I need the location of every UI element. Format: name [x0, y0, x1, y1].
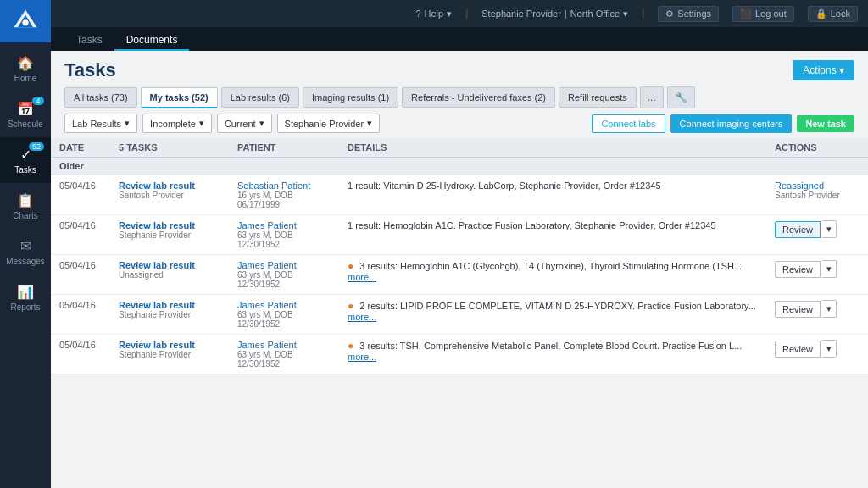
review-button-3[interactable]: Review	[775, 261, 821, 278]
col-patient: PATIENT	[229, 138, 339, 158]
chevron-down-icon: ▾	[259, 118, 264, 129]
action-cell-4: Review ▾	[775, 300, 860, 318]
patient-info-1: 16 yrs M, DOB 06/17/1999	[237, 191, 331, 209]
action-cell-2: Review ▾	[775, 220, 860, 238]
sidebar-item-home-label: Home	[14, 74, 37, 83]
tab-lab-results[interactable]: Lab results (6)	[221, 87, 299, 108]
col-tasks: 5 TASKS	[110, 138, 229, 158]
col-actions: ACTIONS	[766, 138, 868, 158]
review-dropdown-4[interactable]: ▾	[822, 300, 837, 318]
actions-button[interactable]: Actions ▾	[793, 60, 854, 80]
tab-documents[interactable]: Documents	[114, 30, 190, 51]
task-type-link-2[interactable]: Review lab result	[119, 220, 195, 230]
review-button-2[interactable]: Review	[775, 221, 821, 238]
col-details: DETAILS	[339, 138, 766, 158]
patient-link-3[interactable]: James Patient	[237, 260, 297, 270]
sidebar-item-reports[interactable]: 📊 Reports	[0, 274, 51, 320]
task-row-1: 05/04/16 Review lab result Santosh Provi…	[51, 175, 868, 215]
user-menu[interactable]: Stephanie Provider | North Office ▾	[481, 8, 628, 19]
timeframe-filter[interactable]: Current ▾	[217, 114, 272, 133]
action-cell-5: Review ▾	[775, 340, 860, 358]
sidebar: 🏠 Home 📅 Schedule 4 ✓ Tasks 52 📋 Charts …	[0, 0, 51, 488]
task-assigned-1: Santosh Provider	[119, 191, 220, 200]
detail-more-4[interactable]: more...	[348, 312, 376, 322]
task-date-1: 05/04/16	[51, 175, 110, 215]
help-icon: ?	[415, 8, 420, 19]
gear-icon: ⚙	[665, 8, 674, 19]
tasks-badge: 52	[29, 142, 44, 151]
task-assigned-5: Stephanie Provider	[119, 350, 220, 359]
task-detail-2: 1 result: Hemoglobin A1C. Practice Fusio…	[348, 220, 716, 230]
tab-wrench[interactable]: 🔧	[667, 86, 695, 108]
type-filter[interactable]: Lab Results ▾	[64, 114, 137, 133]
provider-filter[interactable]: Stephanie Provider ▾	[277, 114, 381, 133]
patient-link-2[interactable]: James Patient	[237, 220, 297, 230]
tab-tasks[interactable]: Tasks	[64, 30, 114, 51]
logout-icon: ⬛	[740, 8, 752, 19]
patient-info-3: 63 yrs M, DOB 12/30/1952	[237, 270, 331, 289]
detail-more-3[interactable]: more...	[348, 272, 376, 282]
task-type-link-5[interactable]: Review lab result	[119, 340, 195, 350]
logo[interactable]	[0, 0, 51, 42]
task-tabs: All tasks (73) My tasks (52) Lab results…	[51, 86, 868, 108]
patient-info-5: 63 yrs M, DOB 12/30/1952	[237, 350, 331, 369]
review-dropdown-3[interactable]: ▾	[822, 260, 837, 278]
page-title: Tasks	[64, 59, 116, 81]
sidebar-item-tasks-label: Tasks	[14, 165, 36, 175]
tab-bar: Tasks Documents	[51, 27, 868, 51]
sidebar-item-charts[interactable]: 📋 Charts	[0, 183, 51, 229]
task-row-5: 05/04/16 Review lab result Stephanie Pro…	[51, 335, 868, 374]
help-menu[interactable]: ? Help ▾	[415, 8, 452, 19]
chevron-down-icon: ▾	[367, 118, 372, 129]
tab-imaging-results[interactable]: Imaging results (1)	[303, 87, 398, 108]
patient-link-4[interactable]: James Patient	[237, 300, 297, 310]
action-cell-3: Review ▾	[775, 260, 860, 278]
task-detail-5: 3 results: TSH, Comprehensive Metabolic …	[359, 341, 742, 351]
chevron-down-icon: ▾	[125, 118, 130, 129]
sidebar-item-schedule[interactable]: 📅 Schedule 4	[0, 92, 51, 137]
sidebar-item-home[interactable]: 🏠 Home	[0, 46, 51, 92]
task-row-3: 05/04/16 Review lab result Unassigned Ja…	[51, 255, 868, 295]
task-detail-1: 1 result: Vitamin D 25-Hydroxy. LabCorp,…	[348, 180, 661, 191]
sidebar-item-messages[interactable]: ✉ Messages	[0, 229, 51, 274]
chevron-down-icon: ▾	[199, 118, 204, 129]
tab-more[interactable]: ...	[640, 86, 664, 108]
review-dropdown-2[interactable]: ▾	[822, 220, 837, 238]
status-filter[interactable]: Incomplete ▾	[142, 114, 212, 133]
task-detail-3: 3 results: Hemoglobin A1C (Glycohgb), T4…	[359, 261, 742, 271]
task-assigned-2: Stephanie Provider	[119, 230, 220, 240]
settings-btn[interactable]: ⚙ Settings	[658, 6, 719, 22]
task-row-2: 05/04/16 Review lab result Stephanie Pro…	[51, 215, 868, 255]
patient-link-5[interactable]: James Patient	[237, 340, 297, 350]
task-type-link-1[interactable]: Review lab result	[119, 180, 195, 191]
logout-btn[interactable]: ⬛ Log out	[732, 6, 794, 22]
connect-imaging-button[interactable]: Connect imaging centers	[670, 114, 793, 133]
task-type-link-3[interactable]: Review lab result	[119, 260, 195, 270]
lock-btn[interactable]: 🔒 Lock	[808, 6, 858, 22]
tab-refill-requests[interactable]: Refill requests	[559, 87, 637, 108]
task-assigned-4: Stephanie Provider	[119, 310, 220, 319]
task-date-2: 05/04/16	[51, 215, 110, 255]
orange-indicator-4: ●	[348, 300, 353, 312]
tab-all-tasks[interactable]: All tasks (73)	[64, 87, 137, 108]
page-header: Tasks Actions ▾	[51, 51, 868, 86]
schedule-badge: 4	[32, 97, 44, 105]
tab-referrals[interactable]: Referrals - Undelivered faxes (2)	[402, 87, 555, 108]
sidebar-item-messages-label: Messages	[6, 257, 45, 266]
task-date-4: 05/04/16	[51, 295, 110, 335]
patient-link-1[interactable]: Sebastian Patient	[237, 180, 310, 191]
tab-my-tasks[interactable]: My tasks (52)	[141, 87, 218, 108]
charts-icon: 📋	[17, 192, 34, 208]
connect-labs-button[interactable]: Connect labs	[592, 114, 665, 133]
col-date: DATE	[51, 138, 110, 158]
review-button-4[interactable]: Review	[775, 301, 821, 318]
sidebar-item-tasks[interactable]: ✓ Tasks 52	[0, 137, 51, 183]
task-type-link-4[interactable]: Review lab result	[119, 300, 195, 310]
patient-info-2: 63 yrs M, DOB 12/30/1952	[237, 230, 331, 249]
detail-more-5[interactable]: more...	[348, 352, 376, 362]
task-date-5: 05/04/16	[51, 335, 110, 374]
review-dropdown-5[interactable]: ▾	[822, 340, 837, 358]
review-button-5[interactable]: Review	[775, 341, 821, 358]
section-older: Older	[51, 158, 868, 175]
new-task-button[interactable]: New task	[797, 115, 854, 132]
